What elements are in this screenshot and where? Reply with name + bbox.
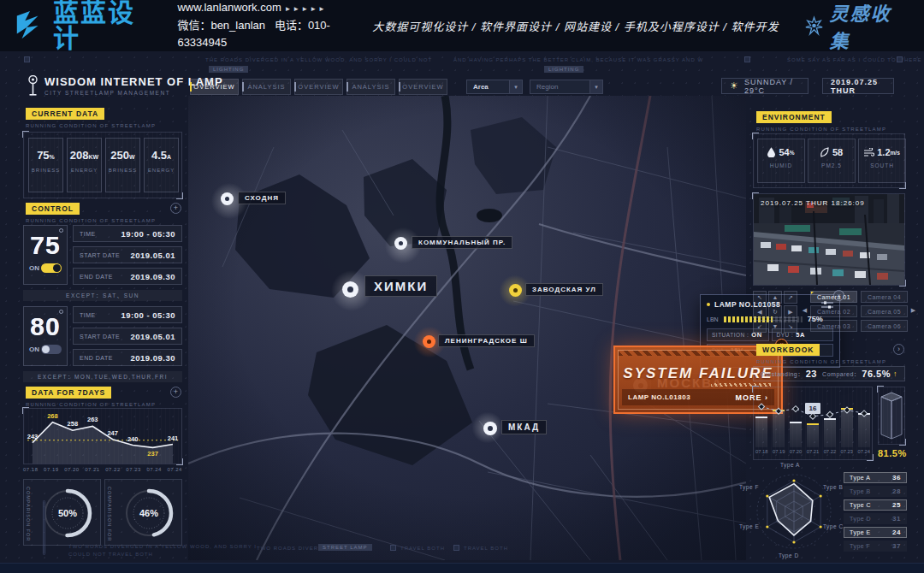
workbook-x-axis: 07.1807.19 07.2007.21 07.2207.23 07.24 (755, 449, 870, 454)
map-pin-khimki[interactable] (342, 281, 358, 298)
workbook-chart-panel: 16 07.1807.19 07.2007.21 07.2207.23 07.2… (753, 387, 873, 460)
camera-06-button[interactable]: Camera 06 (861, 320, 908, 332)
type-c-row[interactable]: Type C25 (844, 499, 907, 511)
camera-list-next[interactable]: ▶ (909, 291, 917, 330)
decor-text: TWO ROADS DIVERGED IN A YELLOW WOOD, AND… (68, 544, 257, 549)
tab-overview-2[interactable]: OVERVIEW (294, 79, 343, 95)
map-label-zavodskaya[interactable]: ЗАВОДСКАЯ УЛ (525, 283, 603, 296)
wind-icon (864, 148, 874, 157)
pan-down-right-button[interactable]: ↘ (784, 320, 797, 333)
tab-label: OVERVIEW (298, 83, 339, 91)
camera-04-button[interactable]: Camera 04 (861, 291, 908, 303)
tab-overview-3[interactable]: OVERVIEW (399, 79, 447, 95)
pan-right-button[interactable]: ▶ (784, 305, 797, 318)
stat-briness-pct: 75% BRINESS (28, 138, 63, 192)
lighting-badge: LIGHTING (544, 66, 583, 73)
camera-02-button[interactable]: Camera 02 (810, 305, 857, 317)
region-dropdown[interactable]: Region ▾ (530, 80, 603, 94)
workbook-badge: WORKBOOK (756, 344, 820, 356)
gauge-value: 46% (139, 508, 158, 518)
map-label-mkad[interactable]: МКАД (501, 420, 547, 434)
tab-tick (190, 82, 192, 92)
map-pin-zavodskaya[interactable] (509, 284, 522, 297)
type-e-row[interactable]: Type E24 (844, 527, 907, 538)
schedule-toggle-2[interactable] (41, 345, 62, 354)
camera-feed[interactable] (754, 194, 904, 285)
pan-left-button[interactable]: ◀ (753, 305, 767, 318)
camera-panel: 2019.07.25 THUR 18:26:09 (753, 193, 905, 286)
tab-tick (346, 82, 348, 92)
environment-badge: ENVIRONMENT (756, 111, 832, 123)
map-label-kommunalny[interactable]: КОММУНАЛЬНЫЙ ПР. (412, 236, 512, 249)
radar-axis-label: Type E (739, 523, 759, 529)
date-text: 2019.07.25 THUR (831, 78, 886, 95)
end-date-row: END DATE2019.09.30 (73, 349, 182, 366)
tab-tick (294, 82, 296, 92)
control-badge: CONTROL (26, 203, 80, 215)
compared-value: 76.5% (862, 369, 891, 379)
tab-label: ANALYSIS (247, 83, 285, 91)
decor-text: TRAVEL BOTH (464, 546, 508, 551)
city-map[interactable]: СХОДНЯ КОММУНАЛЬНЫЙ ПР. ХИМКИ ЗАВОДСКАЯ … (188, 96, 746, 560)
cube-percentage: 81.5% (878, 448, 907, 458)
camera-list-prev[interactable]: ◀ (801, 291, 808, 330)
radar-axis-label: Type D (779, 552, 799, 558)
refresh-button[interactable]: ↻ (768, 305, 782, 318)
control-subtitle: RUNNING CONDITION OF STREETLAMP (26, 218, 156, 223)
map-pin-mkad[interactable] (483, 422, 497, 435)
decor-text: THE ROADS DIVERGED IN A YELLOW WOOD, AND… (205, 57, 432, 62)
type-f-row[interactable]: Type F37 (844, 541, 907, 552)
tab-analysis-1[interactable]: ANALYSIS (242, 79, 291, 95)
line-chart-x-axis: 07.1807.19 07.2007.21 07.2207.23 07.2407… (23, 467, 182, 472)
pan-up-left-button[interactable]: ↖ (753, 291, 767, 304)
type-b-row[interactable]: Type B28 (844, 486, 907, 497)
region-dropdown-value: Region (536, 83, 558, 91)
workbook-next-button[interactable]: › (893, 344, 904, 355)
inspiration-collect[interactable]: 灵感收集 (803, 0, 909, 53)
seven-days-badge: DATA FOR 7DAYS (26, 387, 111, 399)
lamp-dot-icon (59, 228, 63, 233)
stat-briness-w: 250W BRINESS (105, 138, 140, 192)
type-a-row[interactable]: Type A36 (844, 472, 907, 483)
camera-dpad: ↖ ▲ ↗ ◀ ↻ ▶ ↙ ▼ ↘ (753, 291, 797, 333)
stat-energy-kw: 208KW ENERGY (67, 138, 102, 192)
tab-tick (399, 82, 400, 92)
lanlan-logo-icon (14, 9, 46, 42)
weather-box: ☀ SUNNDAY / 29°C (721, 78, 808, 94)
type-d-row[interactable]: Type D31 (844, 513, 907, 524)
schedule-toggle-1[interactable] (41, 263, 62, 273)
website-link[interactable]: www.lanlanwork.com (177, 1, 281, 14)
area-dropdown[interactable]: Area ▾ (466, 80, 523, 94)
pan-down-left-button[interactable]: ↙ (753, 320, 767, 333)
tab-overview-1[interactable]: OVERVIEW (190, 79, 239, 95)
map-pin-shodnya[interactable] (221, 192, 234, 205)
camera-05-button[interactable]: Camera 05 (861, 305, 908, 317)
time-row: TIME19:00 - 05:30 (73, 225, 182, 242)
map-label-leningradskoe[interactable]: ЛЕНИНГРАДСКОЕ Ш (438, 334, 535, 347)
except-bar-2: EXCEPT：MON,TUE,WED,THUR,FRI (23, 371, 182, 382)
area-dropdown-value: Area (473, 83, 489, 91)
on-label: ON (29, 264, 39, 272)
workbook-subtitle: RUNNING CONDITION OF STREETLAMP (756, 359, 886, 364)
arrows-decoration: ►►►►► (284, 5, 327, 13)
pan-down-button[interactable]: ▼ (768, 320, 782, 333)
wisdom-lamp-dashboard: 蓝蓝设计 www.lanlanwork.com ►►►►► 微信：ben_lan… (0, 0, 924, 573)
camera-03-button[interactable]: Camera 03 (810, 320, 857, 332)
scroll-indicator[interactable] (43, 500, 45, 555)
pan-up-right-button[interactable]: ↗ (784, 291, 797, 304)
seven-days-chart-panel: 243268258263247240237241 (23, 408, 182, 464)
workbook-marker-line (755, 391, 870, 447)
camera-01-button[interactable]: Camera 01 (810, 291, 857, 303)
comparison-gauge-2: COMPARISON FOR 46% (104, 479, 182, 546)
decor-checkbox (390, 545, 396, 551)
map-label-shodnya[interactable]: СХОДНЯ (238, 192, 286, 204)
tab-analysis-2[interactable]: ANALYSIS (346, 79, 395, 95)
bar-tooltip: 16 (805, 403, 820, 414)
pan-up-button[interactable]: ▲ (768, 291, 782, 304)
map-pin-kommunalny[interactable] (394, 237, 407, 250)
map-pin-leningradskoe[interactable] (423, 335, 435, 348)
map-label-khimki[interactable]: ХИМКИ (364, 275, 437, 297)
seven-days-add-button[interactable]: + (170, 387, 181, 398)
control-add-button[interactable]: + (170, 203, 181, 214)
gauge-label: COMPARISON FOR (26, 487, 31, 541)
